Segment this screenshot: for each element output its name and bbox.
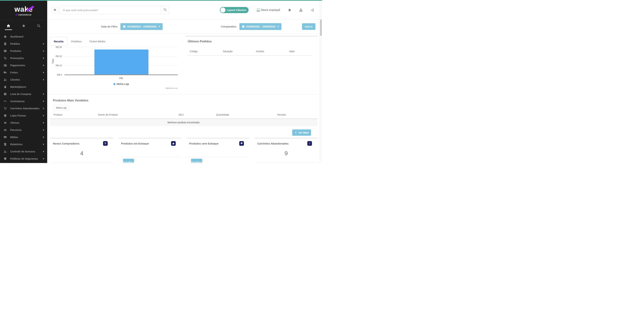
sidebar-item-parceiros[interactable]: Parceiros	[0, 126, 47, 134]
logo-subtitle: //commerce	[16, 13, 32, 16]
logo-slashes-text: //	[16, 13, 17, 16]
sidebar-item-produtos[interactable]: Produtos	[0, 48, 47, 54]
sidebar-item-lojas-fisicas[interactable]: Lojas Físicas	[0, 112, 47, 119]
sidebar-item-promocoes[interactable]: Promoções	[0, 54, 47, 62]
empty-state-message: Nenhum produto encontrado.	[50, 119, 318, 126]
eye-icon	[4, 121, 8, 124]
details-button[interactable]: Detalhes	[123, 159, 134, 163]
sidebar-item-label: Promoções	[10, 57, 43, 60]
home-icon[interactable]	[6, 24, 10, 28]
sidebar-item-label: Clientes	[10, 78, 43, 81]
sidebar-search-icon[interactable]	[37, 24, 41, 28]
highcharts-credit[interactable]: Highcharts.com	[64, 87, 178, 89]
person-arms-up-icon	[103, 141, 108, 146]
chevron-right-icon	[43, 64, 44, 66]
sidebar-item-vitrines[interactable]: Vitrines	[0, 119, 47, 126]
toggle-label: Layout Clássico	[227, 8, 246, 12]
sidebar-item-pagamentos[interactable]: Pagamentos	[0, 62, 47, 69]
chevron-right-icon	[43, 100, 44, 102]
sidebar-item-carrinhos-abandonados[interactable]: Carrinhos Abandonados	[0, 105, 47, 112]
sidebar-item-marketplaces[interactable]: Marketplaces	[0, 83, 47, 90]
see-more-button[interactable]: Ver Mais	[292, 130, 311, 136]
hamburger-menu-button[interactable]	[52, 7, 58, 13]
scrollbar-thumb[interactable]	[320, 20, 322, 36]
date-filter-label: Data do Filtro:	[101, 25, 118, 28]
card-header: Produtos sem Estoque	[186, 141, 250, 146]
card-top-border	[255, 138, 318, 138]
favorites-star-icon[interactable]	[22, 24, 26, 28]
tab-pedidos[interactable]: Pedidos	[67, 37, 85, 46]
y-axis-tick-label: R$ 0	[50, 73, 62, 76]
sign-out-icon[interactable]	[310, 8, 314, 12]
sidebar-item-politicas-de-seguranca[interactable]: Políticas de Segurança	[0, 155, 47, 162]
comparative-date-value: 01/09/2022 - 15/09/2022	[246, 25, 276, 28]
layout-classic-toggle[interactable]: Layout Clássico	[220, 7, 248, 13]
top-accent-line	[0, 0, 322, 1]
date-filter-button[interactable]: 01/09/2023 - 15/09/2023	[120, 23, 162, 30]
sidebar-item-dashboard[interactable]: Dashboard	[0, 33, 47, 40]
card-top-border	[186, 138, 250, 138]
panel-top-border	[185, 36, 318, 36]
search-input[interactable]	[60, 6, 161, 14]
revenue-chart-section: Receita Pedidos Ticket Médio Total PR Mi…	[50, 36, 183, 92]
tab-ticket-medio[interactable]: Ticket Médio	[86, 37, 109, 46]
down-arrow-icon	[294, 131, 297, 134]
store-selector[interactable]: Store erploja2	[256, 8, 280, 12]
orders-column-header: Horário	[252, 50, 285, 53]
tab-receita[interactable]: Receita	[50, 37, 67, 46]
chevron-right-icon	[43, 43, 44, 45]
top-products-section: Produtos Mais Vendidos Minha Loja Produt…	[50, 94, 318, 138]
sidebar-item-midias[interactable]: Mídias	[0, 134, 47, 141]
card-title: Produtos em Estoque	[121, 142, 171, 145]
metric-card-produtos-sem-estoque: Produtos sem EstoqueDetalhes	[186, 138, 250, 163]
chart-x-category-label: PR	[64, 77, 178, 80]
sidebar-item-controle-de-acessos[interactable]: Controle de Acessos	[0, 148, 47, 155]
sidebar: wake //commerce DashboardPedidosProdutos…	[0, 0, 47, 163]
date-filter-value: 01/09/2023 - 15/09/2023	[127, 25, 156, 28]
sidebar-item-pedidos[interactable]: Pedidos	[0, 40, 47, 48]
sidebar-item-label: Mídias	[10, 136, 43, 138]
card-value: 9	[255, 150, 318, 157]
comparative-date-button[interactable]: 01/09/2022 - 15/09/2022	[240, 23, 282, 30]
sidebar-item-fretes[interactable]: Fretes	[0, 69, 47, 76]
card-header: Produtos em Estoque	[118, 141, 182, 146]
metric-card-carrinhos-abandonados: Carrinhos Abandonados9	[255, 138, 318, 163]
comparative-group: Comparativo: 01/09/2022 - 15/09/2022 Apl…	[221, 23, 316, 30]
box-icon	[4, 49, 8, 52]
sidebar-item-lista-de-compras[interactable]: Lista de Compras	[0, 90, 47, 98]
chevron-right-icon	[43, 158, 44, 160]
list-icon	[4, 92, 8, 96]
products-column-header: SKU	[162, 113, 200, 116]
legend-marker	[114, 83, 116, 85]
search-submit-button[interactable]	[161, 6, 169, 14]
chart-legend[interactable]: Minha Loja	[64, 82, 178, 86]
chevron-right-icon	[43, 129, 44, 131]
card-title: Produtos sem Estoque	[189, 142, 239, 145]
bar-minha-loja-pr[interactable]	[94, 50, 148, 75]
notifications-bell-icon[interactable]	[288, 8, 292, 12]
main-area: Layout Clássico Store erploja2 Data do F…	[47, 1, 322, 163]
apply-button[interactable]: Aplicar	[302, 23, 316, 30]
sidebar-item-label: Políticas de Segurança	[10, 157, 43, 160]
card-header: Novos Compradores	[50, 141, 114, 146]
sidebar-item-label: Lojas Físicas	[10, 114, 43, 117]
apps-cubes-icon[interactable]	[299, 8, 303, 12]
sidebar-item-assinaturas[interactable]: Assinaturas	[0, 98, 47, 105]
last-orders-header-row: CódigoSituaçãoHorárioValor	[185, 50, 318, 53]
signature-icon	[4, 100, 8, 103]
sidebar-item-clientes[interactable]: Clientes	[0, 76, 47, 83]
revenue-bar-chart: Total PR Minha Loja Highcharts.com R$ 30…	[50, 47, 183, 92]
sidebar-item-label: Parceiros	[10, 128, 43, 132]
store-filter-button[interactable]: Minha Loja	[54, 105, 69, 110]
shield-icon	[4, 157, 8, 160]
legend-label: Minha Loja	[117, 82, 129, 86]
sidebar-item-relatorios[interactable]: Relatórios	[0, 141, 47, 148]
document-icon	[4, 143, 8, 146]
broken-image-icon	[256, 8, 260, 12]
card-title: Novos Compradores	[53, 142, 103, 145]
calendar-icon	[123, 25, 126, 28]
page-scrollbar[interactable]	[320, 1, 322, 163]
toggle-knob	[220, 8, 226, 12]
details-button[interactable]: Detalhes	[191, 159, 202, 163]
products-column-header: Quantidade	[200, 113, 246, 116]
